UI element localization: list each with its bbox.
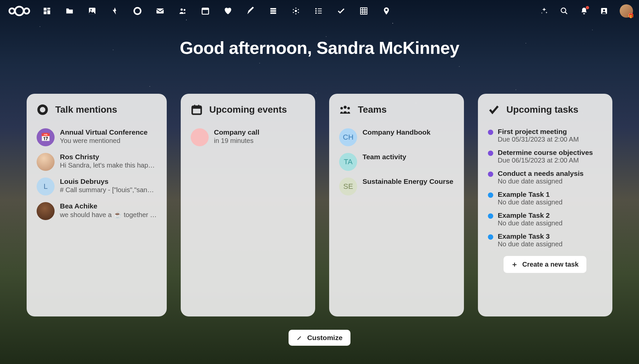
tasks-icon[interactable] <box>337 7 345 15</box>
deck-icon[interactable] <box>269 7 278 15</box>
heart-icon[interactable] <box>224 7 232 15</box>
svg-point-36 <box>561 8 566 13</box>
svg-point-12 <box>184 9 185 11</box>
activity-icon[interactable] <box>110 7 119 15</box>
task-title: Example Task 3 <box>498 232 563 240</box>
item-title: Company Handbook <box>362 128 454 136</box>
svg-rect-5 <box>47 10 50 14</box>
item-title: Bea Achike <box>60 202 157 210</box>
talk-icon[interactable] <box>133 7 142 15</box>
list-item[interactable]: Company callin 19 minutes <box>191 125 305 150</box>
task-item[interactable]: Conduct a needs analysisNo due date assi… <box>488 167 602 188</box>
pencil-icon <box>297 335 303 341</box>
task-item[interactable]: Example Task 1No due date assigned <box>488 188 602 209</box>
task-due: No due date assigned <box>498 178 584 185</box>
item-avatar <box>37 153 55 171</box>
mail-icon[interactable] <box>156 7 164 15</box>
task-title: First project meeting <box>498 128 579 136</box>
lists-icon[interactable] <box>314 7 323 15</box>
list-item[interactable]: TATeam activity <box>339 150 454 174</box>
list-item[interactable]: Bea Achikewe should have a ☕ together … <box>37 199 157 223</box>
task-color-dot <box>488 213 493 219</box>
widget-teams: Teams CHCompany HandbookTATeam activityS… <box>329 94 464 316</box>
user-avatar[interactable] <box>620 4 633 18</box>
svg-rect-28 <box>318 11 322 11</box>
notifications-icon[interactable] <box>580 7 588 15</box>
svg-rect-42 <box>192 106 201 109</box>
task-item[interactable]: Example Task 3No due date assigned <box>488 230 602 251</box>
svg-rect-4 <box>47 8 50 9</box>
customize-label: Customize <box>307 334 342 342</box>
svg-point-11 <box>181 8 183 11</box>
task-title: Example Task 2 <box>498 211 563 219</box>
assistant-icon[interactable] <box>540 7 548 15</box>
search-icon[interactable] <box>560 7 568 15</box>
nextcloud-logo[interactable] <box>6 4 33 18</box>
svg-point-27 <box>315 10 317 12</box>
svg-rect-44 <box>198 105 199 107</box>
widget-upcoming-tasks: Upcoming tasks First project meetingDue … <box>478 94 612 316</box>
contacts-icon[interactable] <box>178 7 187 15</box>
task-title: Example Task 1 <box>498 190 563 198</box>
list-item[interactable]: LLouis Debruys# Call summary - ["louis",… <box>37 174 157 199</box>
svg-rect-17 <box>270 12 276 14</box>
svg-rect-6 <box>44 11 47 14</box>
task-due: No due date assigned <box>498 198 563 206</box>
svg-point-22 <box>295 13 296 14</box>
svg-rect-3 <box>44 8 47 11</box>
topbar <box>0 0 639 22</box>
item-subtitle: You were mentioned <box>60 137 157 145</box>
item-avatar <box>191 128 209 146</box>
task-color-dot <box>488 130 493 135</box>
svg-point-25 <box>315 8 317 9</box>
customize-button[interactable]: Customize <box>289 330 350 346</box>
task-title: Conduct a needs analysis <box>498 170 584 178</box>
svg-point-8 <box>91 9 92 11</box>
photos-icon[interactable] <box>88 7 97 15</box>
task-item[interactable]: Determine course objectivesDue 06/15/202… <box>488 146 602 167</box>
task-item[interactable]: First project meetingDue 05/31/2023 at 2… <box>488 125 602 146</box>
item-avatar: 📅 <box>37 128 55 146</box>
item-title: Ros Christy <box>60 153 157 161</box>
item-subtitle: we should have a ☕ together … <box>60 211 157 219</box>
widget-title: Talk mentions <box>55 104 117 115</box>
tables-icon[interactable] <box>359 7 368 15</box>
new-task-label: Create a new task <box>522 261 578 268</box>
list-item[interactable]: CHCompany Handbook <box>339 125 454 150</box>
svg-point-24 <box>293 9 294 10</box>
item-subtitle: in 19 minutes <box>214 137 305 145</box>
greeting: Good afternoon, Sandra McKinney <box>0 38 639 58</box>
item-title: Annual Virtual Conference <box>60 128 157 136</box>
dashboard-widgets: Talk mentions 📅Annual Virtual Conference… <box>0 94 639 316</box>
svg-point-9 <box>134 8 141 14</box>
list-item[interactable]: SESustainable Energy Course <box>339 174 454 199</box>
tasks-widget-icon <box>488 104 500 116</box>
calendar-icon[interactable] <box>201 7 210 15</box>
task-color-dot <box>488 192 493 198</box>
svg-point-0 <box>9 8 15 14</box>
item-avatar: L <box>37 178 55 195</box>
dashboard-icon[interactable] <box>43 7 51 15</box>
item-avatar <box>37 202 55 220</box>
svg-rect-26 <box>318 8 322 9</box>
svg-point-23 <box>293 12 294 13</box>
collectives-icon[interactable] <box>292 7 300 15</box>
svg-point-19 <box>295 8 296 9</box>
item-title: Sustainable Energy Course <box>362 178 454 185</box>
contacts-menu-icon[interactable] <box>600 7 608 15</box>
item-title: Team activity <box>362 153 454 161</box>
create-new-task-button[interactable]: Create a new task <box>504 256 586 273</box>
task-color-dot <box>488 172 493 177</box>
item-subtitle: Hi Sandra, let's make this hap… <box>60 162 157 169</box>
topbar-right <box>540 4 633 18</box>
files-icon[interactable] <box>65 7 74 15</box>
task-due: No due date assigned <box>498 240 563 248</box>
list-item[interactable]: 📅Annual Virtual ConferenceYou were menti… <box>37 125 157 150</box>
task-item[interactable]: Example Task 2No due date assigned <box>488 209 602 230</box>
notes-icon[interactable] <box>246 7 255 15</box>
teams-widget-icon <box>339 104 351 116</box>
plus-icon <box>512 262 518 268</box>
task-due: No due date assigned <box>498 219 563 227</box>
list-item[interactable]: Ros ChristyHi Sandra, let's make this ha… <box>37 150 157 174</box>
maps-icon[interactable] <box>382 7 391 15</box>
